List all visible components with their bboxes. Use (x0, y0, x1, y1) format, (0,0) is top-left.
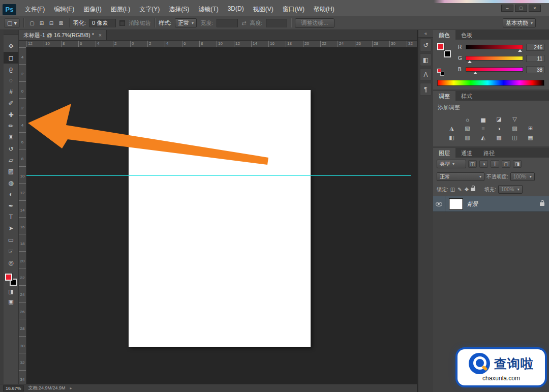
workspace-switcher[interactable]: 基本功能 ▾ (503, 18, 536, 27)
quick-mask-button[interactable]: ◨ (4, 287, 18, 297)
adjustment-icon[interactable]: ◮ (446, 125, 457, 132)
adjustment-icon[interactable]: ◑ (494, 125, 504, 132)
blue-slider[interactable] (466, 67, 523, 72)
foreground-background-swatches[interactable] (5, 274, 17, 286)
adjustment-icon[interactable]: ▩ (494, 134, 504, 141)
panel-tab[interactable]: 图层 (433, 148, 455, 158)
adjustment-icon[interactable]: ◫ (509, 134, 520, 141)
menu-item[interactable]: 3D(D) (223, 3, 249, 16)
clone-stamp-tool[interactable]: ♜ (4, 132, 18, 143)
opacity-dropdown[interactable]: 100% ▾ (510, 172, 535, 181)
screen-mode-button[interactable]: ▣ (4, 297, 18, 307)
red-value-field[interactable]: 246 (526, 44, 544, 51)
slider-thumb[interactable] (473, 72, 477, 74)
maximize-button[interactable]: □ (515, 5, 527, 12)
refine-edge-button[interactable]: 调整边缘... (295, 18, 334, 28)
properties-panel-icon[interactable]: ◧ (420, 53, 432, 66)
path-selection-tool[interactable]: ➤ (4, 223, 18, 234)
swap-dimensions-icon[interactable]: ⇄ (241, 20, 246, 26)
slider-thumb[interactable] (468, 61, 472, 63)
menu-item[interactable]: 文字(Y) (135, 3, 164, 16)
style-dropdown[interactable]: 正常 ▾ (175, 18, 197, 27)
character-panel-icon[interactable]: A (420, 68, 432, 81)
vertical-ruler[interactable]: 420246810121416182022242628303234 (19, 47, 26, 384)
adjustment-icon[interactable]: ⊞ (525, 125, 536, 132)
history-brush-tool[interactable]: ↺ (4, 143, 18, 155)
close-button[interactable]: × (529, 5, 541, 12)
menu-item[interactable]: 图像(I) (79, 3, 106, 16)
spot-healing-brush-tool[interactable]: ✚ (4, 109, 18, 120)
adjustment-icon[interactable]: ▽ (509, 115, 520, 123)
menu-item[interactable]: 滤镜(T) (194, 3, 223, 16)
layer-thumbnail[interactable] (449, 199, 463, 209)
fill-dropdown[interactable]: 100% ▾ (498, 185, 523, 194)
horizontal-ruler[interactable]: 1210864202468101214161820222426283032 (26, 41, 417, 47)
menu-item[interactable]: 窗口(W) (278, 3, 309, 16)
canvas[interactable] (26, 47, 417, 384)
subtract-selection-icon[interactable]: ⊟ (47, 19, 56, 27)
zoom-level-field[interactable]: 16.67% (3, 385, 24, 391)
adjustment-icon[interactable]: ◪ (494, 115, 504, 123)
menu-item[interactable]: 视图(V) (249, 3, 278, 16)
gradient-tool[interactable]: ▨ (4, 166, 18, 177)
paragraph-panel-icon[interactable]: ¶ (420, 83, 432, 96)
color-spectrum-ramp[interactable] (437, 80, 544, 86)
history-panel-icon[interactable]: ↺ (420, 39, 432, 51)
filter-type-layers-icon[interactable]: T (491, 160, 499, 168)
rectangle-tool[interactable]: ▭ (4, 234, 18, 246)
background-color-swatch[interactable] (444, 50, 451, 57)
menu-item[interactable]: 文件(F) (20, 3, 49, 16)
blue-value-field[interactable]: 38 (526, 66, 544, 73)
lock-image-pixels-icon[interactable]: ✎ (458, 187, 462, 192)
adjustment-icon[interactable]: ☼ (462, 115, 473, 123)
adjustment-icon[interactable]: ▧ (462, 125, 473, 132)
eraser-tool[interactable]: ▱ (4, 155, 18, 166)
adjustment-icon[interactable]: ◭ (478, 134, 489, 141)
panel-tab[interactable]: 样式 (455, 91, 478, 101)
brush-tool[interactable]: ✏ (4, 120, 18, 132)
quick-selection-tool[interactable]: ◌ (4, 75, 18, 86)
lock-all-icon[interactable] (471, 188, 475, 191)
menu-item[interactable]: 图层(L) (106, 3, 135, 16)
blur-tool[interactable]: ◍ (4, 177, 18, 189)
green-value-field[interactable]: 11 (526, 55, 544, 62)
layer-visibility-toggle[interactable] (433, 196, 445, 212)
panel-color-swatches[interactable] (437, 43, 451, 57)
eyedropper-tool[interactable]: ✐ (4, 98, 18, 109)
close-tab-icon[interactable]: × (99, 33, 102, 38)
tool-preset-dropdown[interactable]: ▢ ▾ (4, 18, 20, 28)
document-tab[interactable]: 未标题-1 @ 16.7%(RGB/8) * × (19, 30, 107, 40)
pen-tool[interactable]: ✒ (4, 200, 18, 211)
add-selection-icon[interactable]: ⊞ (37, 19, 46, 27)
panel-tab[interactable]: 颜色 (433, 30, 455, 40)
lock-transparent-pixels-icon[interactable]: ◫ (450, 187, 455, 192)
adjustment-icon[interactable]: ▦ (525, 134, 536, 141)
red-slider[interactable] (466, 45, 523, 49)
adjustment-icon[interactable]: ▥ (462, 134, 473, 141)
filter-shape-layers-icon[interactable]: ▢ (502, 160, 510, 168)
panel-tab[interactable]: 调整 (433, 91, 455, 101)
dodge-tool[interactable]: ◐ (4, 189, 18, 200)
status-menu-arrow-icon[interactable]: ▸ (70, 386, 72, 390)
adjustment-icon[interactable]: ≡ (478, 125, 489, 132)
lock-position-icon[interactable]: ✥ (465, 187, 469, 192)
zoom-tool[interactable]: ◎ (4, 257, 18, 268)
menu-item[interactable]: 帮助(H) (309, 3, 339, 16)
lasso-tool[interactable]: ϱ (4, 64, 18, 75)
panel-tab[interactable]: 通道 (455, 148, 478, 158)
green-slider[interactable] (466, 56, 523, 61)
new-selection-icon[interactable]: ▢ (27, 19, 37, 27)
layer-filter-type-dropdown[interactable]: 类型 ▾ (437, 160, 466, 168)
photoshop-logo-icon[interactable]: Ps (3, 4, 16, 15)
panel-tab[interactable]: 路径 (478, 148, 500, 158)
width-input[interactable] (217, 19, 238, 27)
type-tool[interactable]: T (4, 212, 18, 223)
slider-thumb[interactable] (518, 49, 522, 52)
height-input[interactable] (266, 19, 287, 27)
antialias-checkbox[interactable] (119, 20, 125, 26)
filter-adjustment-layers-icon[interactable]: ◑ (479, 160, 488, 168)
intersect-selection-icon[interactable]: ⊠ (56, 19, 66, 27)
minimize-button[interactable]: – (501, 5, 513, 12)
expand-panels-icon[interactable]: « (418, 30, 433, 38)
foreground-color-swatch[interactable] (437, 43, 444, 50)
